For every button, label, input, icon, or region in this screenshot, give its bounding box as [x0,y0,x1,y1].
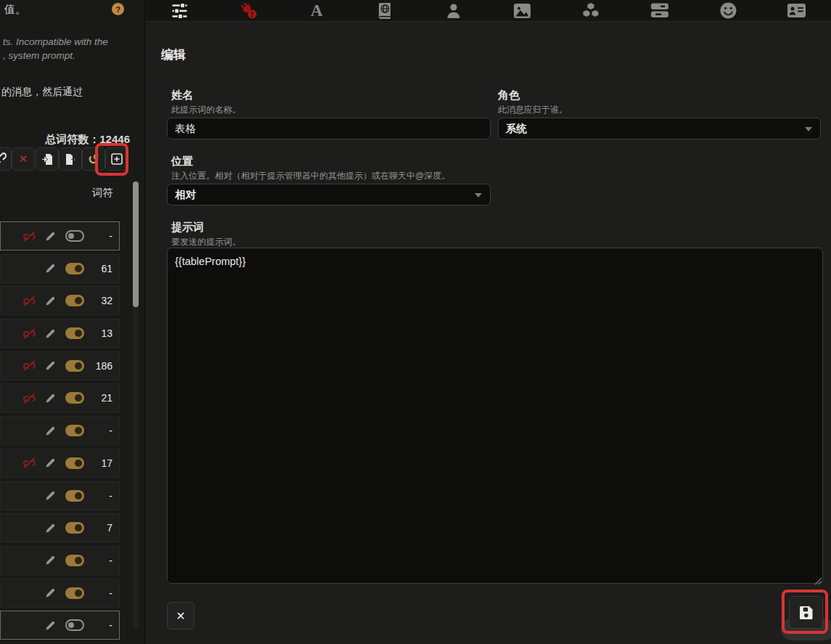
chevron-down-icon [805,127,812,131]
row-token-count: 13 [94,327,112,339]
scrollbar-thumb[interactable] [133,182,139,307]
note-line-2: , system prompt. [3,49,108,62]
toggle-on-icon[interactable] [65,490,84,502]
export-button[interactable] [59,147,82,171]
file-import-icon [41,153,54,166]
row-token-count: - [94,425,112,436]
clipped-text-fragment: 值。 [4,3,26,17]
pencil-icon [45,263,56,274]
row-token-count: 61 [94,263,112,274]
chevron-down-icon [475,193,482,197]
toggle-on-icon[interactable] [65,295,84,306]
broken-link-icon [23,457,36,468]
toggle-on-icon[interactable] [65,327,84,339]
prompt-editor-panel: 编辑 姓名 此提示词的名称。 角色 此消息应归于谁。 系统 位置 注入位置。相对… [146,22,831,644]
prompt-row[interactable]: 21 [0,383,120,412]
row-token-count: 186 [94,360,112,372]
square-plus-icon [111,153,123,165]
undo-icon: ↺ [88,152,99,166]
help-icon[interactable]: ? [112,3,124,15]
sliders-icon[interactable] [167,1,192,21]
toggle-on-icon[interactable] [65,425,84,436]
pencil-icon [45,555,56,566]
prompt-row[interactable]: 7 [0,513,120,542]
prompt-textarea[interactable]: {{tablePrompt}} [167,248,823,584]
delete-button[interactable]: ✕ [12,147,35,171]
settings-drawer: 值。 ? ts. Incompatible with the , system … [0,0,145,644]
row-token-count: - [94,230,112,242]
pencil-icon [45,393,56,404]
prompt-row[interactable]: - [0,546,120,575]
prompt-row[interactable]: 61 [0,254,120,283]
server-list-icon[interactable] [647,1,672,21]
toggle-on-icon[interactable] [65,263,84,274]
pencil-icon [45,360,56,371]
link-button[interactable] [0,147,12,171]
prompt-row[interactable]: - [0,416,120,445]
pencil-icon [45,620,56,631]
row-token-count: 32 [94,295,112,306]
toggle-on-icon[interactable] [65,457,84,469]
cubes-icon[interactable] [578,1,603,21]
toggle-on-icon[interactable] [65,522,84,534]
link-icon [0,152,7,166]
top-navbar: A [145,0,831,22]
floppy-disk-icon [798,605,814,621]
font-a-icon[interactable]: A [304,1,329,21]
image-icon[interactable] [510,1,535,21]
plug-alert-icon[interactable] [236,1,261,21]
note-line-1: ts. Incompatible with the [3,35,108,49]
position-select[interactable]: 相对 [167,184,491,205]
prompt-row[interactable]: - [0,579,120,608]
save-button[interactable] [789,596,823,629]
row-token-count: - [94,619,112,631]
prompt-row[interactable]: - [0,481,120,510]
broken-link-icon [23,295,36,306]
book-globe-icon[interactable] [373,1,398,21]
close-icon: ✕ [176,609,185,623]
toggle-on-icon[interactable] [65,587,84,599]
row-token-count: 21 [94,392,112,404]
row-token-count: - [94,555,112,566]
note-text: ts. Incompatible with the , system promp… [3,35,108,62]
broken-link-icon [23,393,36,404]
total-token-value: 12446 [99,133,130,145]
smiley-icon[interactable] [716,1,740,21]
row-token-count: - [94,587,112,599]
name-input[interactable] [167,118,491,139]
prompt-row[interactable]: 13 [0,319,120,348]
undo-button[interactable]: ↺ [82,147,105,171]
delete-x-icon: ✕ [19,152,28,166]
toggle-on-icon[interactable] [65,360,84,372]
broken-link-icon [23,328,36,339]
broken-link-icon [23,231,36,242]
row-token-count: 7 [94,522,112,534]
user-icon[interactable] [441,1,466,21]
prompt-list: -61321318621-17-7--- [0,221,120,643]
prompt-row[interactable]: 17 [0,449,120,478]
import-button[interactable] [36,147,59,171]
toggle-off-icon[interactable] [65,619,84,631]
close-button[interactable]: ✕ [167,602,195,629]
toggle-on-icon[interactable] [65,392,84,404]
name-description: 此提示词的名称。 [171,104,241,116]
toggle-on-icon[interactable] [65,555,84,566]
toggle-off-icon[interactable] [65,230,84,242]
position-label: 位置 [171,155,193,168]
prompt-row[interactable]: - [0,221,120,250]
role-description: 此消息应归于谁。 [498,104,568,116]
role-selected-value: 系统 [506,122,527,136]
pencil-icon [45,587,56,598]
total-token-label: 总词符数： [45,133,99,145]
clipped-cjk-fragment: 的消息，然后通过 [1,86,83,99]
pencil-icon [45,231,56,242]
add-prompt-button[interactable] [105,147,128,171]
prompt-row[interactable]: 32 [0,286,120,315]
name-label: 姓名 [171,89,193,102]
token-column-header: 词符 [0,186,113,200]
pencil-icon [45,295,56,306]
role-select[interactable]: 系统 [498,118,821,139]
prompt-row[interactable]: 186 [0,351,120,380]
address-card-icon[interactable] [785,1,809,21]
prompt-row[interactable]: - [0,611,120,640]
